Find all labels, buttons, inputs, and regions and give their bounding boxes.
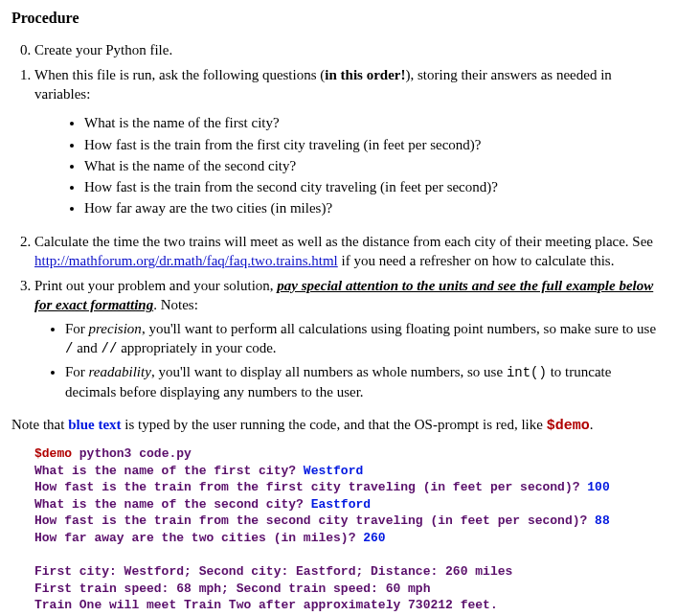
output-line: Train One will meet Train Two after appr… xyxy=(34,598,498,612)
step-3-text-a: Print out your problem and your solution… xyxy=(34,278,277,293)
question-item: How fast is the train from the first cit… xyxy=(84,135,666,154)
command: python3 code.py xyxy=(79,446,192,461)
output-line: How far away are the two cities (in mile… xyxy=(34,531,363,545)
question-item: What is the name of the second city? xyxy=(84,156,666,175)
user-input: 100 xyxy=(587,480,609,494)
notes-list: For precision, you'll want to perform al… xyxy=(65,319,666,401)
output-line: How fast is the train from the first cit… xyxy=(34,480,587,494)
question-item: How fast is the train from the second ci… xyxy=(84,177,666,196)
user-input: 260 xyxy=(363,531,385,545)
note-italic: precision xyxy=(89,321,142,336)
step-3: Print out your problem and your solution… xyxy=(34,276,666,401)
question-item: How far away are the two cities (in mile… xyxy=(84,198,666,217)
step-1-text-a: When this file is run, ask the following… xyxy=(34,67,325,82)
user-input: Eastford xyxy=(311,497,371,512)
mathforum-link[interactable]: http://mathforum.org/dr.math/faq/faq.two… xyxy=(34,253,338,268)
note-text: appropriately in your code. xyxy=(117,340,276,355)
terminal-example: $demo python3 code.py What is the name o… xyxy=(34,445,666,616)
note-c: is typed by the user running the code, a… xyxy=(122,417,547,432)
user-input: Westford xyxy=(304,464,363,478)
step-2-text-a: Calculate the time the two trains will m… xyxy=(34,234,653,249)
note-text: For xyxy=(65,321,89,336)
note-precision: For precision, you'll want to perform al… xyxy=(65,319,666,358)
note-readability: For readability, you'll want to display … xyxy=(65,362,666,401)
step-1-text-b: in this order! xyxy=(325,67,405,82)
questions-list: What is the name of the first city? How … xyxy=(84,113,666,217)
demo-prompt-inline: $demo xyxy=(547,418,590,434)
note-italic: readability xyxy=(89,364,151,379)
output-line: What is the name of the second city? xyxy=(34,497,311,512)
procedure-list: Create your Python file. When this file … xyxy=(34,40,666,401)
blue-text-label: blue text xyxy=(68,417,121,432)
note-e: . xyxy=(590,417,594,432)
step-2: Calculate the time the two trains will m… xyxy=(34,232,666,271)
output-line: What is the name of the first city? xyxy=(34,464,304,478)
output-line: How fast is the train from the second ci… xyxy=(34,513,595,528)
step-3-text-c: . Notes: xyxy=(153,297,198,312)
step-0: Create your Python file. xyxy=(34,40,666,59)
note-text: , you'll want to display all numbers as … xyxy=(151,364,507,379)
output-line: First train speed: 68 mph; Second train … xyxy=(34,582,430,596)
code-doubleslash: // xyxy=(102,341,118,356)
step-2-text-b: if you need a refresher on how to calcul… xyxy=(338,253,615,268)
code-int: int() xyxy=(507,365,547,380)
note-text: , you'll want to perform all calculation… xyxy=(142,321,656,336)
note-a: Note that xyxy=(11,417,68,432)
note-line: Note that blue text is typed by the user… xyxy=(11,415,666,436)
prompt: $demo xyxy=(34,446,79,461)
output-line: First city: Westford; Second city: Eastf… xyxy=(34,564,512,579)
step-1: When this file is run, ask the following… xyxy=(34,65,666,218)
user-input: 88 xyxy=(595,513,610,528)
note-text: and xyxy=(73,340,101,355)
section-heading: Procedure xyxy=(11,8,666,29)
question-item: What is the name of the first city? xyxy=(84,113,666,132)
note-text: For xyxy=(65,364,89,379)
